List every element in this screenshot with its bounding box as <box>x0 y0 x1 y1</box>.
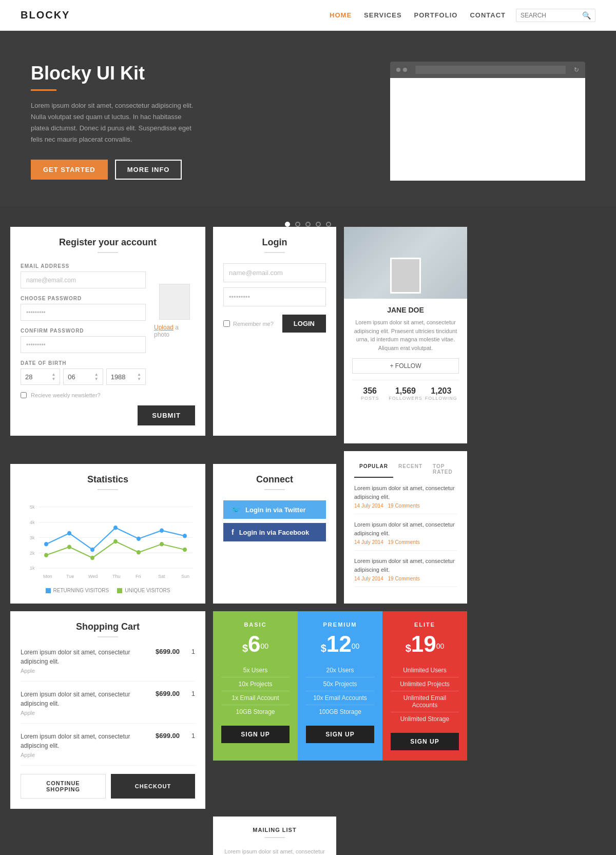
shopping-cart-card: Shopping Cart Lorem ipsum dolor sit amet… <box>10 611 205 809</box>
post-meta-1: 14 July 2014 19 Comments <box>354 503 457 509</box>
following-count: 1,203 <box>424 386 459 396</box>
search-input[interactable] <box>521 12 582 19</box>
dob-year[interactable]: 1988 ▲▼ <box>106 368 146 385</box>
hero-dots <box>0 222 616 227</box>
remember-checkbox[interactable] <box>223 320 230 327</box>
mailing-desc: Lorem ipsum dolor sit amet, consectetur … <box>223 848 326 855</box>
elite-feature-1: Unlimited Users <box>391 664 459 677</box>
login-button[interactable]: LOGIN <box>282 315 326 333</box>
nav-contact[interactable]: CONTACT <box>470 11 506 19</box>
post-meta-2: 14 July 2014 19 Comments <box>354 539 457 545</box>
svg-text:Tue: Tue <box>66 574 74 579</box>
facebook-icon: f <box>232 528 234 536</box>
login-title: Login <box>223 237 326 248</box>
hero-description: Lorem ipsum dolor sit amet, consectetur … <box>31 100 195 145</box>
nav-home[interactable]: HOME <box>330 11 352 19</box>
svg-point-10 <box>44 542 48 547</box>
login-email-field[interactable] <box>223 263 326 282</box>
premium-feature-4: 100GB Storage <box>306 705 374 718</box>
svg-point-11 <box>67 531 71 536</box>
hero-dot-4[interactable] <box>316 222 321 227</box>
post-item-2: Lorem ipsum dolor sit amet, consectetur … <box>354 520 457 551</box>
statistics-chart: 5k 4k 3k 2k 1k <box>21 500 195 582</box>
password-label: CHOOSE PASSWORD <box>21 296 146 301</box>
premium-plan-name: PREMIUM <box>306 621 374 628</box>
facebook-login-button[interactable]: f Login in via Facebook <box>223 523 326 541</box>
svg-point-13 <box>113 526 118 530</box>
following-label: FOLLOWING <box>424 396 459 401</box>
posts-card: POPULAR RECENT TOP RATED Lorem ipsum dol… <box>344 451 467 604</box>
mailing-title: MAILING LIST <box>223 827 326 833</box>
hero-dot-1[interactable] <box>285 222 290 227</box>
svg-text:Sun: Sun <box>181 574 189 579</box>
remember-label: Remember me? <box>233 321 274 327</box>
nav-portfolio[interactable]: PORTFOLIO <box>414 11 458 19</box>
login-divider <box>264 252 285 253</box>
svg-point-15 <box>160 528 164 533</box>
hero-section: Blocky UI Kit Lorem ipsum dolor sit amet… <box>0 31 616 206</box>
tab-recent[interactable]: RECENT <box>393 461 428 478</box>
twitter-login-button[interactable]: 🐦 Login in via Twitter <box>223 500 326 519</box>
hero-dot-2[interactable] <box>295 222 300 227</box>
statistics-card: Statistics 5k 4k 3k 2k 1k <box>10 464 205 604</box>
svg-point-12 <box>90 548 94 552</box>
cart-item-2: Lorem ipsum dolor sit amet, consectetur … <box>21 690 195 724</box>
cart-item-3: Lorem ipsum dolor sit amet, consectetur … <box>21 732 195 766</box>
email-field[interactable] <box>21 271 146 288</box>
statistics-title: Statistics <box>21 474 195 485</box>
newsletter-label: Recieve weekly newsletter? <box>31 392 101 398</box>
basic-feature-1: 5x Users <box>221 664 290 677</box>
basic-feature-3: 1x Email Account <box>221 691 290 705</box>
post-meta-3: 14 July 2014 19 Comments <box>354 576 457 581</box>
login-password-field[interactable] <box>223 287 326 306</box>
hero-title: Blocky UI Kit <box>31 63 359 84</box>
premium-signup-button[interactable]: SIGN UP <box>306 726 374 743</box>
refresh-icon: ↻ <box>574 66 579 73</box>
basic-signup-button[interactable]: SIGN UP <box>221 726 290 743</box>
login-card: Login Remember me? LOGIN <box>213 227 336 436</box>
confirm-label: CONFIRM PASSWORD <box>21 328 146 334</box>
tab-top-rated[interactable]: TOP RATED <box>428 461 458 478</box>
svg-text:Sat: Sat <box>158 574 165 579</box>
posts-label: POSTS <box>352 396 388 401</box>
profile-name: JANE DOE <box>352 306 459 314</box>
svg-text:2k: 2k <box>30 550 35 555</box>
tab-popular[interactable]: POPULAR <box>354 461 393 478</box>
follow-button[interactable]: + FOLLOW <box>352 358 459 374</box>
nav-services[interactable]: SERVICES <box>364 11 402 19</box>
checkout-button[interactable]: CHECKOUT <box>111 774 195 799</box>
upload-label: Upload a photo <box>154 324 195 338</box>
twitter-icon: 🐦 <box>232 506 240 514</box>
cart-item-1: Lorem ipsum dolor sit amet, consectetur … <box>21 648 195 682</box>
unique-legend-label: UNIQUE VISITORS <box>125 588 170 593</box>
more-info-button[interactable]: MORE INFO <box>115 160 182 180</box>
premium-feature-3: 10x Email Accounts <box>306 691 374 705</box>
svg-text:3k: 3k <box>30 535 35 540</box>
dob-month[interactable]: 06 ▲▼ <box>63 368 103 385</box>
newsletter-checkbox[interactable] <box>21 392 27 398</box>
svg-point-16 <box>183 534 187 538</box>
svg-text:5k: 5k <box>30 504 35 510</box>
brand-logo: BLOCKY <box>21 9 330 21</box>
main-nav: HOME SERVICES PORTFOLIO CONTACT <box>330 11 506 19</box>
svg-point-21 <box>137 550 141 555</box>
post-item-3: Lorem ipsum dolor sit amet, consectetur … <box>354 557 457 587</box>
returning-legend-dot <box>46 588 51 593</box>
continue-shopping-button[interactable]: CONTINUE SHOPPING <box>21 774 106 799</box>
get-started-button[interactable]: GET STARTED <box>31 160 108 180</box>
upload-link[interactable]: Upload <box>154 324 174 331</box>
confirm-field[interactable] <box>21 336 146 353</box>
dob-day[interactable]: 28 ▲▼ <box>21 368 60 385</box>
password-field[interactable] <box>21 304 146 321</box>
svg-point-19 <box>90 556 94 560</box>
elite-signup-button[interactable]: SIGN UP <box>391 733 459 750</box>
hero-dot-5[interactable] <box>326 222 331 227</box>
email-label: EMAIL ADDRESS <box>21 263 146 269</box>
chart-legend: RETURNING VISITORS UNIQUE VISITORS <box>21 588 195 593</box>
premium-feature-1: 20x Users <box>306 664 374 677</box>
hero-dot-3[interactable] <box>305 222 311 227</box>
svg-point-22 <box>160 542 164 547</box>
submit-button[interactable]: SUBMIT <box>138 405 195 425</box>
profile-stats: 356 POSTS 1,569 FOLLOWERS 1,203 FOLLOWIN… <box>352 380 459 401</box>
svg-text:Thu: Thu <box>112 574 121 579</box>
